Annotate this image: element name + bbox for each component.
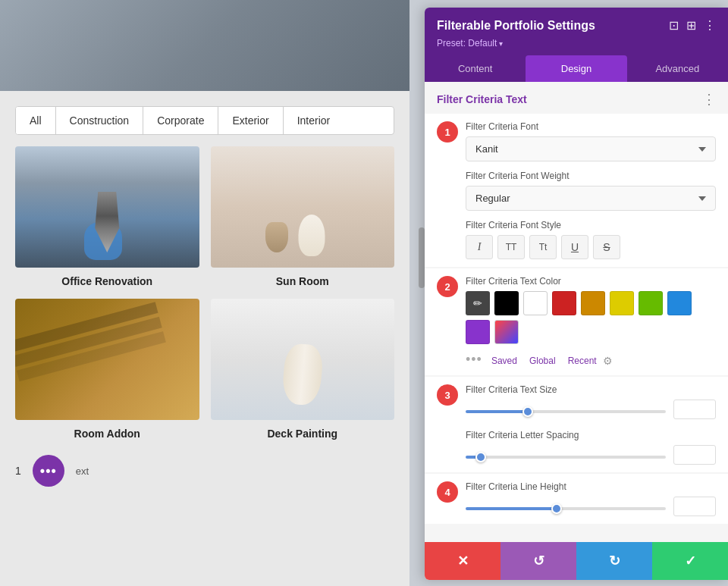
step-3-content: Filter Criteria Text Size 16px Filter Cr… — [466, 384, 716, 465]
step-1-content: Filter Criteria Font Kanit Open Sans Rob… — [466, 121, 716, 259]
resize-icon[interactable]: ⊡ — [669, 18, 679, 33]
line-height-slider-row: 1.5em — [466, 497, 716, 516]
portfolio-title-office: Office Renovation — [61, 275, 152, 287]
eyedropper-icon: ✏ — [473, 297, 482, 309]
text-size-label: Filter Criteria Text Size — [466, 384, 716, 395]
portfolio-thumb-roomaddon[interactable] — [15, 299, 199, 420]
line-height-label: Filter Criteria Line Height — [466, 481, 716, 492]
page-number: 1 — [15, 465, 21, 477]
underline-button[interactable]: U — [561, 235, 588, 259]
text-size-slider-row: 16px — [466, 400, 716, 419]
filter-btn-exterior[interactable]: Exterior — [218, 107, 283, 134]
color-swatch-green[interactable] — [639, 291, 663, 315]
filter-btn-interior[interactable]: Interior — [284, 107, 344, 134]
filter-btn-all[interactable]: All — [16, 107, 56, 134]
letter-spacing-label: Filter Criteria Letter Spacing — [466, 430, 716, 440]
eyedropper-button[interactable]: ✏ — [466, 291, 490, 315]
portfolio-thumb-deckpainting[interactable] — [211, 299, 395, 420]
more-icon: ••• — [40, 464, 57, 478]
color-swatch-purple[interactable] — [466, 320, 490, 344]
pagination-text: ext — [76, 465, 89, 477]
list-item: Deck Painting — [211, 299, 395, 440]
tab-advanced[interactable]: Advanced — [627, 55, 728, 82]
portfolio-title-sunroom: Sun Room — [276, 275, 329, 287]
letter-spacing-value[interactable]: 0px — [673, 445, 716, 465]
panel-header-icons: ⊡ ⊞ ⋮ — [669, 18, 716, 33]
section-header: Filter Criteria Text ⋮ — [425, 82, 728, 114]
letter-spacing-slider-row: 0px — [466, 445, 716, 465]
color-gear-icon[interactable]: ⚙ — [603, 355, 613, 367]
step-badge-2: 2 — [437, 276, 458, 297]
color-tabs: Saved Global Recent ⚙ — [485, 354, 613, 368]
portfolio-area: All Construction Corporate Exterior Inte… — [0, 0, 410, 586]
panel-tabs: Content Design Advanced — [425, 55, 728, 82]
step-4-content: Filter Criteria Line Height 1.5em — [466, 481, 716, 516]
portfolio-thumb-office[interactable] — [15, 146, 199, 268]
settings-panel: Filterable Portfolio Settings ⊡ ⊞ ⋮ Pres… — [425, 8, 728, 580]
portfolio-title-deckpainting: Deck Painting — [267, 428, 337, 440]
text-size-value[interactable]: 16px — [673, 400, 716, 419]
strikethrough-button[interactable]: S — [593, 235, 620, 259]
columns-icon[interactable]: ⊞ — [686, 18, 696, 33]
font-weight-select[interactable]: Regular Bold Light — [466, 186, 716, 211]
tab-content[interactable]: Content — [425, 55, 526, 82]
panel-content: Filter Criteria Text ⋮ 1 Filter Criteria… — [425, 82, 728, 542]
color-swatch-red[interactable] — [552, 291, 576, 315]
capitalize-button[interactable]: Tt — [529, 235, 557, 259]
tab-design[interactable]: Design — [526, 55, 626, 82]
uppercase-button[interactable]: TT — [497, 235, 525, 259]
step-2-content: Filter Criteria Text Color ✏ • — [466, 276, 716, 368]
color-swatch-white[interactable] — [523, 291, 548, 315]
color-swatch-orange[interactable] — [581, 291, 605, 315]
color-swatch-custom[interactable] — [494, 320, 519, 344]
panel-title: Filterable Portfolio Settings — [437, 19, 595, 33]
section-menu-icon[interactable]: ⋮ — [702, 91, 716, 108]
reset-button[interactable]: ↺ — [500, 542, 576, 580]
preset-label[interactable]: Preset: Default — [437, 38, 503, 49]
section-title: Filter Criteria Text — [437, 93, 527, 105]
step-badge-3: 3 — [437, 384, 458, 406]
list-item: Sun Room — [211, 146, 395, 287]
step-2-block: 2 Filter Criteria Text Color ✏ — [425, 268, 728, 375]
line-height-value[interactable]: 1.5em — [673, 497, 716, 516]
save-button[interactable]: ✓ — [652, 542, 728, 580]
list-item: Office Renovation — [15, 146, 199, 287]
portfolio-bg-image — [0, 0, 410, 91]
font-label: Filter Criteria Font — [466, 121, 716, 132]
filter-btn-corporate[interactable]: Corporate — [143, 107, 218, 134]
color-swatch-black[interactable] — [494, 291, 519, 315]
panel-header: Filterable Portfolio Settings ⊡ ⊞ ⋮ Pres… — [425, 8, 728, 55]
font-style-label: Filter Criteria Font Style — [466, 220, 716, 230]
color-tab-recent[interactable]: Recent — [562, 354, 603, 368]
text-size-slider[interactable] — [466, 410, 666, 413]
more-button[interactable]: ••• — [33, 455, 64, 487]
list-item: Room Addon — [15, 299, 199, 440]
cancel-button[interactable]: ✕ — [425, 542, 500, 580]
filter-btn-construction[interactable]: Construction — [56, 107, 144, 134]
font-weight-label: Filter Criteria Font Weight — [466, 171, 716, 181]
step-1-block: 1 Filter Criteria Font Kanit Open Sans R… — [425, 114, 728, 267]
color-tab-global[interactable]: Global — [523, 354, 562, 368]
more-options-icon[interactable]: ⋮ — [704, 18, 716, 33]
color-swatches-row: ✏ — [466, 291, 716, 344]
scroll-indicator[interactable] — [419, 227, 425, 288]
pagination: 1 ••• ext — [0, 440, 410, 494]
color-tab-saved[interactable]: Saved — [485, 354, 523, 368]
text-color-label: Filter Criteria Text Color — [466, 276, 716, 287]
portfolio-thumb-sunroom[interactable] — [211, 146, 395, 268]
font-select[interactable]: Kanit Open Sans Roboto Lato — [466, 136, 716, 161]
line-height-slider[interactable] — [466, 507, 666, 510]
filter-bar: All Construction Corporate Exterior Inte… — [15, 106, 394, 135]
font-style-buttons: I TT Tt U S — [466, 235, 716, 259]
step-4-block: 4 Filter Criteria Line Height 1.5em — [425, 474, 728, 524]
italic-button[interactable]: I — [466, 235, 493, 259]
color-swatch-yellow[interactable] — [610, 291, 634, 315]
portfolio-grid: Office Renovation Sun Room Room Addon De… — [0, 146, 410, 440]
color-swatch-blue[interactable] — [667, 291, 692, 315]
step-3-block: 3 Filter Criteria Text Size 16px Filter … — [425, 377, 728, 472]
letter-spacing-slider[interactable] — [466, 456, 666, 459]
more-colors-button[interactable]: ••• — [466, 352, 482, 368]
redo-button[interactable]: ↻ — [576, 542, 652, 580]
step-badge-4: 4 — [437, 481, 458, 503]
portfolio-title-roomaddon: Room Addon — [74, 428, 140, 440]
